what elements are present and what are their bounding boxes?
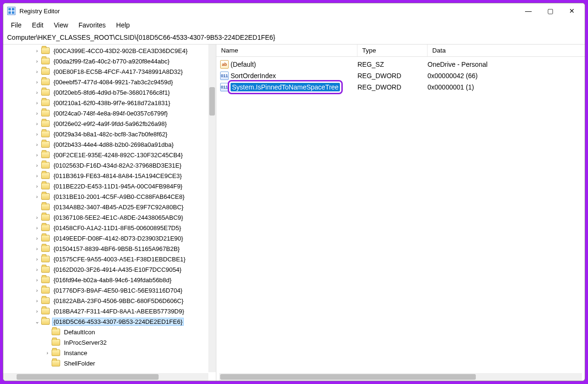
- folder-icon: [52, 360, 60, 366]
- registry-tree[interactable]: ›{00CA399E-4CC0-43D2-902B-CEA3D36DC9E4}›…: [3, 45, 216, 369]
- tree-item-label: {00f210a1-62f0-438b-9f7e-9618d72a1831}: [53, 99, 171, 107]
- tree-item[interactable]: ›{00E80F18-EC5B-4FCF-A417-7348991A8D32}: [3, 66, 216, 77]
- chevron-right-icon[interactable]: ›: [34, 308, 40, 314]
- tree-item[interactable]: ›{01367108-5EE2-4E1C-A8DE-24438065ABC9}: [3, 212, 216, 223]
- tree-item[interactable]: ›{018BA427-F311-44FD-8AA1-ABEEB57739D9}: [3, 306, 216, 316]
- tree-item-label: {00f20eb5-8fd6-4d9d-b75e-36801766c8f1}: [53, 89, 171, 96]
- chevron-right-icon[interactable]: ›: [34, 298, 40, 304]
- title-bar[interactable]: Registry Editor — ▢ ✕: [3, 3, 585, 18]
- tree-item[interactable]: ›{00f2b433-44e4-4d88-b2b0-2698a0a91dba}: [3, 139, 216, 150]
- tree-item-label: {00da2f99-f2a6-40c2-b770-a920f8e44abc}: [53, 58, 170, 65]
- menu-view[interactable]: View: [49, 20, 73, 30]
- tree-item[interactable]: ›{0102563D-F16D-434d-82A2-37968BD3E31E}: [3, 160, 216, 170]
- tree-item[interactable]: ›{01458CF0-A1A2-11D1-8F85-00600895E7D5}: [3, 223, 216, 233]
- chevron-right-icon[interactable]: ›: [34, 152, 40, 158]
- maximize-button[interactable]: ▢: [539, 3, 561, 18]
- values-horizontal-scrollbar[interactable]: [219, 373, 582, 381]
- tree-item-label: {011BE22D-E453-11D1-945A-00C04FB984F9}: [53, 183, 183, 190]
- value-row[interactable]: 011SortOrderIndexREG_DWORD0x00000042 (66…: [220, 70, 585, 81]
- chevron-right-icon[interactable]: ›: [34, 69, 40, 74]
- menu-help[interactable]: Help: [111, 20, 134, 30]
- chevron-right-icon[interactable]: ›: [34, 48, 40, 54]
- column-header-type[interactable]: Type: [357, 45, 428, 56]
- tree-item[interactable]: ›{01575CFE-9A55-4003-A5E1-F38D1EBDCBE1}: [3, 254, 216, 264]
- menu-file[interactable]: File: [6, 20, 27, 30]
- tree-item-label: {011B3619-FE63-4814-8A84-15A194CE9CE3}: [53, 172, 183, 179]
- value-data: OneDrive - Personal: [428, 61, 585, 68]
- folder-icon: [41, 68, 50, 75]
- tree-item[interactable]: ›DefaultIcon: [3, 327, 216, 337]
- tree-item[interactable]: ›{0162D020-3F26-4914-A435-E10F7DCC9054}: [3, 264, 216, 275]
- value-name: (Default): [231, 61, 256, 68]
- value-row[interactable]: 011System.IsPinnedToNameSpaceTreeREG_DWO…: [220, 81, 585, 93]
- tree-item[interactable]: ›{0131BE10-2001-4C5F-A9B0-CC88FAB64CE8}: [3, 191, 216, 202]
- chevron-right-icon[interactable]: ›: [34, 277, 40, 283]
- tree-item[interactable]: ›{0149EEDF-D08F-4142-8D73-D23903D21E90}: [3, 233, 216, 243]
- value-type: REG_SZ: [357, 61, 428, 68]
- chevron-right-icon[interactable]: ›: [34, 121, 40, 126]
- tree-item[interactable]: ›{01776DF3-B9AF-4E50-9B1C-56E93116D704}: [3, 285, 216, 295]
- column-header-data[interactable]: Data: [428, 45, 585, 56]
- tree-item[interactable]: ›{00f24ca0-748f-4e8a-894f-0e0357c6799f}: [3, 108, 216, 118]
- column-header-name[interactable]: Name: [216, 45, 357, 56]
- window-title: Registry Editor: [19, 8, 517, 15]
- chevron-right-icon[interactable]: ›: [34, 287, 40, 293]
- menu-edit[interactable]: Edit: [27, 20, 48, 30]
- tree-item-label: {0162D020-3F26-4914-A435-E10F7DCC9054}: [53, 266, 182, 273]
- tree-item[interactable]: ›{016fd94e-b02a-4ab8-94c6-149fdab56b8d}: [3, 275, 216, 285]
- tree-item[interactable]: ›{00CA399E-4CC0-43D2-902B-CEA3D36DC9E4}: [3, 45, 216, 56]
- chevron-right-icon[interactable]: ›: [34, 183, 40, 189]
- address-bar[interactable]: Computer\HKEY_CLASSES_ROOT\CLSID\{018D5C…: [3, 32, 585, 45]
- tree-pane: ›{00CA399E-4CC0-43D2-902B-CEA3D36DC9E4}›…: [3, 45, 216, 381]
- chevron-right-icon[interactable]: ›: [34, 89, 40, 95]
- tree-item-label: {00CA399E-4CC0-43D2-902B-CEA3D36DC9E4}: [53, 47, 188, 54]
- values-pane: Name Type Data ab(Default)REG_SZOneDrive…: [216, 45, 585, 381]
- chevron-right-icon[interactable]: ›: [34, 173, 40, 179]
- chevron-right-icon[interactable]: ›: [44, 350, 51, 356]
- tree-item[interactable]: ›{00f29a34-b8a1-482c-bcf8-3ac7b0fe8f62}: [3, 129, 216, 139]
- tree-item-label: {01504157-8839-4BF6-9B5B-51165A967B2B}: [53, 245, 181, 252]
- tree-item[interactable]: ›{01822ABA-23F0-4506-9BBC-680F5D6D606C}: [3, 295, 216, 306]
- tree-item[interactable]: ›{00eebf57-477d-4084-9921-7ab3c2c9459d}: [3, 77, 216, 87]
- tree-item-label: {01458CF0-A1A2-11D1-8F85-00600895E7D5}: [53, 224, 182, 232]
- tree-item[interactable]: ›{011B3619-FE63-4814-8A84-15A194CE9CE3}: [3, 170, 216, 181]
- chevron-right-icon[interactable]: ›: [34, 110, 40, 116]
- tree-item[interactable]: ›{00f210a1-62f0-438b-9f7e-9618d72a1831}: [3, 98, 216, 108]
- chevron-right-icon[interactable]: ›: [34, 162, 40, 168]
- close-button[interactable]: ✕: [561, 3, 583, 18]
- tree-item[interactable]: ›{0134A8B2-3407-4B45-AD25-E9F7C92A80BC}: [3, 202, 216, 212]
- tree-item[interactable]: ›{00F2CE1E-935E-4248-892C-130F32C45CB4}: [3, 150, 216, 160]
- chevron-right-icon[interactable]: ›: [34, 142, 40, 147]
- chevron-right-icon[interactable]: ›: [34, 131, 40, 137]
- tree-item[interactable]: ›{01504157-8839-4BF6-9B5B-51165A967B2B}: [3, 243, 216, 254]
- tree-horizontal-scrollbar[interactable]: [3, 373, 208, 381]
- chevron-right-icon[interactable]: ›: [34, 79, 40, 85]
- tree-item[interactable]: ›Instance: [3, 348, 216, 358]
- folder-icon: [41, 297, 50, 304]
- chevron-down-icon[interactable]: ⌄: [34, 319, 40, 325]
- chevron-right-icon[interactable]: ›: [34, 225, 40, 231]
- minimize-button[interactable]: —: [517, 3, 539, 18]
- chevron-right-icon[interactable]: ›: [34, 256, 40, 262]
- chevron-right-icon[interactable]: ›: [34, 246, 40, 251]
- tree-item[interactable]: ›InProcServer32: [3, 337, 216, 348]
- chevron-right-icon[interactable]: ›: [34, 100, 40, 106]
- scrollbar-thumb[interactable]: [17, 374, 159, 380]
- value-row[interactable]: ab(Default)REG_SZOneDrive - Personal: [220, 59, 585, 70]
- chevron-right-icon[interactable]: ›: [34, 235, 40, 241]
- chevron-right-icon[interactable]: ›: [34, 194, 40, 199]
- tree-item[interactable]: ›{00f26e02-e9f2-4a9f-9fdd-5a962fb26a98}: [3, 118, 216, 129]
- tree-item[interactable]: ›{00f20eb5-8fd6-4d9d-b75e-36801766c8f1}: [3, 87, 216, 98]
- chevron-right-icon[interactable]: ›: [34, 267, 40, 272]
- folder-icon: [41, 152, 50, 158]
- scrollbar-thumb[interactable]: [220, 374, 476, 380]
- menu-favorites[interactable]: Favorites: [74, 20, 111, 30]
- chevron-right-icon[interactable]: ›: [34, 58, 40, 64]
- scrollbar-thumb[interactable]: [209, 87, 215, 116]
- tree-item[interactable]: ›ShellFolder: [3, 358, 216, 368]
- chevron-right-icon[interactable]: ›: [34, 214, 40, 220]
- tree-item[interactable]: ›{011BE22D-E453-11D1-945A-00C04FB984F9}: [3, 181, 216, 191]
- tree-vertical-scrollbar[interactable]: [208, 45, 216, 372]
- tree-item[interactable]: ›{00da2f99-f2a6-40c2-b770-a920f8e44abc}: [3, 56, 216, 66]
- tree-item[interactable]: ⌄{018D5C66-4533-4307-9B53-224DE2ED1FE6}: [3, 316, 216, 327]
